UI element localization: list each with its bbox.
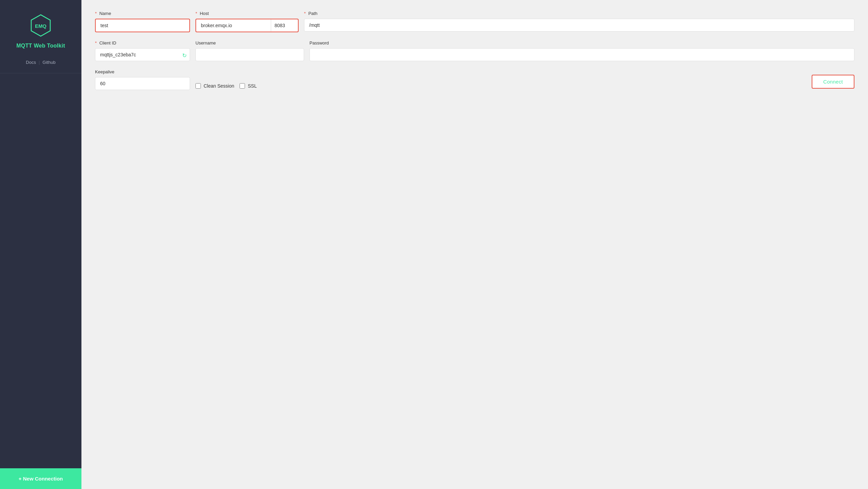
name-required: * xyxy=(95,11,97,16)
logo-area: EMQ MQTT Web Toolkit xyxy=(16,14,65,49)
clean-session-label: Clean Session xyxy=(204,83,234,89)
name-input[interactable] xyxy=(95,19,190,32)
ssl-checkbox[interactable] xyxy=(240,83,245,89)
password-label: Password xyxy=(309,40,854,46)
form-row-2: * Client ID ↻ Username Password xyxy=(95,40,854,61)
clean-session-group: Clean Session xyxy=(195,83,234,89)
form-row-3: Keepalive Clean Session SSL Connect xyxy=(95,69,854,90)
main-content: * Name * Host * Path xyxy=(81,0,868,489)
clientid-label: * Client ID xyxy=(95,40,190,46)
path-label: * Path xyxy=(304,11,854,16)
emq-logo: EMQ xyxy=(29,14,53,37)
path-input[interactable] xyxy=(304,19,854,32)
host-label: * Host xyxy=(195,11,299,16)
host-input[interactable] xyxy=(196,19,271,32)
new-connection-label: + New Connection xyxy=(19,476,63,482)
nav-divider: | xyxy=(39,60,40,65)
name-label: * Name xyxy=(95,11,190,16)
username-label: Username xyxy=(195,40,304,46)
ssl-label: SSL xyxy=(248,83,257,89)
sidebar-nav: Docs | Github xyxy=(26,60,55,65)
host-required: * xyxy=(195,11,197,16)
path-group: * Path xyxy=(304,11,854,32)
host-group: * Host xyxy=(195,11,299,32)
host-port-wrapper xyxy=(195,19,299,32)
password-input[interactable] xyxy=(309,48,854,61)
new-connection-button[interactable]: + New Connection xyxy=(0,468,81,489)
name-group: * Name xyxy=(95,11,190,32)
github-link[interactable]: Github xyxy=(42,60,55,65)
password-group: Password xyxy=(309,40,854,61)
username-group: Username xyxy=(195,40,304,61)
app-title: MQTT Web Toolkit xyxy=(16,43,65,49)
username-input[interactable] xyxy=(195,48,304,61)
connect-btn-wrapper: Connect xyxy=(262,75,854,90)
clean-session-checkbox[interactable] xyxy=(195,83,201,89)
keepalive-label: Keepalive xyxy=(95,69,190,74)
clientid-group: * Client ID ↻ xyxy=(95,40,190,61)
clientid-required: * xyxy=(95,40,97,46)
keepalive-group: Keepalive xyxy=(95,69,190,90)
ssl-group: SSL xyxy=(240,83,257,89)
port-input[interactable] xyxy=(271,19,298,32)
sidebar-separator xyxy=(0,73,81,73)
svg-text:EMQ: EMQ xyxy=(35,23,46,29)
form-row-1: * Name * Host * Path xyxy=(95,11,854,32)
sidebar: EMQ MQTT Web Toolkit Docs | Github + New… xyxy=(0,0,81,489)
keepalive-input[interactable] xyxy=(95,77,190,90)
path-required: * xyxy=(304,11,306,16)
refresh-icon[interactable]: ↻ xyxy=(182,52,187,59)
docs-link[interactable]: Docs xyxy=(26,60,36,65)
connect-button[interactable]: Connect xyxy=(812,75,854,89)
clientid-input[interactable] xyxy=(95,48,190,61)
